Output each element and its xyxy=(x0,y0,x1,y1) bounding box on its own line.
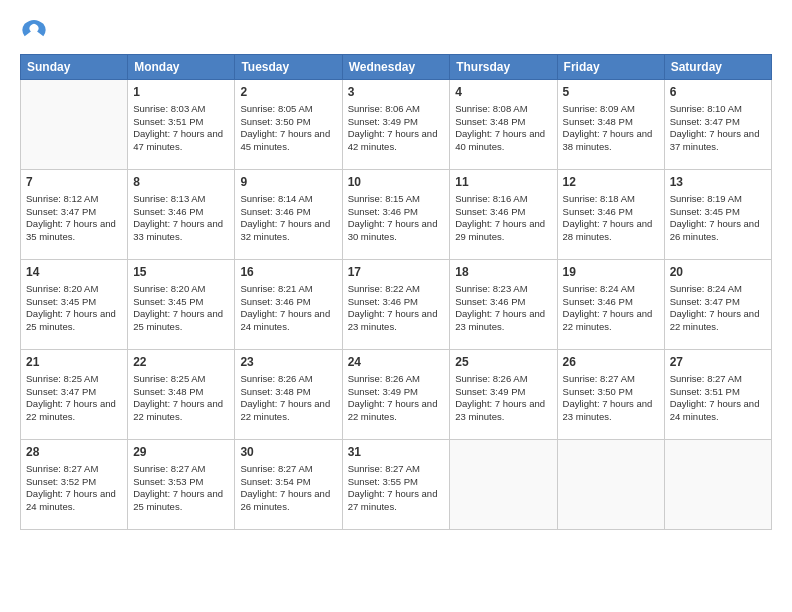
calendar-cell: 20Sunrise: 8:24 AM Sunset: 3:47 PM Dayli… xyxy=(664,260,771,350)
header-row: SundayMondayTuesdayWednesdayThursdayFrid… xyxy=(21,55,772,80)
day-info: Sunrise: 8:15 AM Sunset: 3:46 PM Dayligh… xyxy=(348,193,445,244)
day-info: Sunrise: 8:25 AM Sunset: 3:47 PM Dayligh… xyxy=(26,373,122,424)
day-number: 9 xyxy=(240,174,336,191)
calendar-cell: 13Sunrise: 8:19 AM Sunset: 3:45 PM Dayli… xyxy=(664,170,771,260)
calendar-cell: 12Sunrise: 8:18 AM Sunset: 3:46 PM Dayli… xyxy=(557,170,664,260)
day-info: Sunrise: 8:20 AM Sunset: 3:45 PM Dayligh… xyxy=(26,283,122,334)
calendar-week-1: 7Sunrise: 8:12 AM Sunset: 3:47 PM Daylig… xyxy=(21,170,772,260)
day-info: Sunrise: 8:21 AM Sunset: 3:46 PM Dayligh… xyxy=(240,283,336,334)
day-number: 4 xyxy=(455,84,551,101)
day-number: 20 xyxy=(670,264,766,281)
calendar-cell: 31Sunrise: 8:27 AM Sunset: 3:55 PM Dayli… xyxy=(342,440,450,530)
day-info: Sunrise: 8:27 AM Sunset: 3:55 PM Dayligh… xyxy=(348,463,445,514)
day-number: 12 xyxy=(563,174,659,191)
day-number: 17 xyxy=(348,264,445,281)
day-info: Sunrise: 8:26 AM Sunset: 3:49 PM Dayligh… xyxy=(455,373,551,424)
calendar-cell: 22Sunrise: 8:25 AM Sunset: 3:48 PM Dayli… xyxy=(128,350,235,440)
logo-icon xyxy=(20,16,48,44)
calendar-cell: 15Sunrise: 8:20 AM Sunset: 3:45 PM Dayli… xyxy=(128,260,235,350)
day-number: 23 xyxy=(240,354,336,371)
day-number: 1 xyxy=(133,84,229,101)
day-info: Sunrise: 8:23 AM Sunset: 3:46 PM Dayligh… xyxy=(455,283,551,334)
calendar-week-2: 14Sunrise: 8:20 AM Sunset: 3:45 PM Dayli… xyxy=(21,260,772,350)
day-info: Sunrise: 8:19 AM Sunset: 3:45 PM Dayligh… xyxy=(670,193,766,244)
day-number: 14 xyxy=(26,264,122,281)
day-number: 13 xyxy=(670,174,766,191)
calendar-week-0: 1Sunrise: 8:03 AM Sunset: 3:51 PM Daylig… xyxy=(21,80,772,170)
header-day-monday: Monday xyxy=(128,55,235,80)
day-info: Sunrise: 8:27 AM Sunset: 3:52 PM Dayligh… xyxy=(26,463,122,514)
day-number: 6 xyxy=(670,84,766,101)
calendar-cell: 25Sunrise: 8:26 AM Sunset: 3:49 PM Dayli… xyxy=(450,350,557,440)
day-number: 3 xyxy=(348,84,445,101)
page: SundayMondayTuesdayWednesdayThursdayFrid… xyxy=(0,0,792,612)
day-info: Sunrise: 8:09 AM Sunset: 3:48 PM Dayligh… xyxy=(563,103,659,154)
day-number: 29 xyxy=(133,444,229,461)
calendar-table: SundayMondayTuesdayWednesdayThursdayFrid… xyxy=(20,54,772,530)
day-number: 18 xyxy=(455,264,551,281)
day-info: Sunrise: 8:06 AM Sunset: 3:49 PM Dayligh… xyxy=(348,103,445,154)
calendar-cell xyxy=(664,440,771,530)
calendar-cell: 19Sunrise: 8:24 AM Sunset: 3:46 PM Dayli… xyxy=(557,260,664,350)
day-number: 31 xyxy=(348,444,445,461)
calendar-cell: 10Sunrise: 8:15 AM Sunset: 3:46 PM Dayli… xyxy=(342,170,450,260)
calendar-cell: 16Sunrise: 8:21 AM Sunset: 3:46 PM Dayli… xyxy=(235,260,342,350)
calendar-cell: 7Sunrise: 8:12 AM Sunset: 3:47 PM Daylig… xyxy=(21,170,128,260)
day-info: Sunrise: 8:24 AM Sunset: 3:47 PM Dayligh… xyxy=(670,283,766,334)
day-number: 22 xyxy=(133,354,229,371)
calendar-cell: 14Sunrise: 8:20 AM Sunset: 3:45 PM Dayli… xyxy=(21,260,128,350)
calendar-cell: 21Sunrise: 8:25 AM Sunset: 3:47 PM Dayli… xyxy=(21,350,128,440)
day-info: Sunrise: 8:20 AM Sunset: 3:45 PM Dayligh… xyxy=(133,283,229,334)
calendar-cell: 8Sunrise: 8:13 AM Sunset: 3:46 PM Daylig… xyxy=(128,170,235,260)
calendar-cell: 27Sunrise: 8:27 AM Sunset: 3:51 PM Dayli… xyxy=(664,350,771,440)
day-number: 15 xyxy=(133,264,229,281)
calendar-cell xyxy=(450,440,557,530)
calendar-header: SundayMondayTuesdayWednesdayThursdayFrid… xyxy=(21,55,772,80)
day-number: 26 xyxy=(563,354,659,371)
day-info: Sunrise: 8:03 AM Sunset: 3:51 PM Dayligh… xyxy=(133,103,229,154)
calendar-body: 1Sunrise: 8:03 AM Sunset: 3:51 PM Daylig… xyxy=(21,80,772,530)
day-info: Sunrise: 8:16 AM Sunset: 3:46 PM Dayligh… xyxy=(455,193,551,244)
header xyxy=(20,16,772,44)
day-info: Sunrise: 8:27 AM Sunset: 3:54 PM Dayligh… xyxy=(240,463,336,514)
calendar-week-4: 28Sunrise: 8:27 AM Sunset: 3:52 PM Dayli… xyxy=(21,440,772,530)
calendar-cell: 29Sunrise: 8:27 AM Sunset: 3:53 PM Dayli… xyxy=(128,440,235,530)
day-info: Sunrise: 8:27 AM Sunset: 3:53 PM Dayligh… xyxy=(133,463,229,514)
day-info: Sunrise: 8:27 AM Sunset: 3:50 PM Dayligh… xyxy=(563,373,659,424)
calendar-cell: 4Sunrise: 8:08 AM Sunset: 3:48 PM Daylig… xyxy=(450,80,557,170)
day-info: Sunrise: 8:08 AM Sunset: 3:48 PM Dayligh… xyxy=(455,103,551,154)
calendar-cell: 1Sunrise: 8:03 AM Sunset: 3:51 PM Daylig… xyxy=(128,80,235,170)
calendar-cell xyxy=(557,440,664,530)
day-number: 19 xyxy=(563,264,659,281)
day-number: 24 xyxy=(348,354,445,371)
calendar-cell: 30Sunrise: 8:27 AM Sunset: 3:54 PM Dayli… xyxy=(235,440,342,530)
day-info: Sunrise: 8:18 AM Sunset: 3:46 PM Dayligh… xyxy=(563,193,659,244)
header-day-friday: Friday xyxy=(557,55,664,80)
header-day-saturday: Saturday xyxy=(664,55,771,80)
day-number: 21 xyxy=(26,354,122,371)
day-number: 28 xyxy=(26,444,122,461)
day-info: Sunrise: 8:26 AM Sunset: 3:48 PM Dayligh… xyxy=(240,373,336,424)
day-number: 27 xyxy=(670,354,766,371)
day-number: 11 xyxy=(455,174,551,191)
calendar-cell: 24Sunrise: 8:26 AM Sunset: 3:49 PM Dayli… xyxy=(342,350,450,440)
calendar-cell: 11Sunrise: 8:16 AM Sunset: 3:46 PM Dayli… xyxy=(450,170,557,260)
day-info: Sunrise: 8:05 AM Sunset: 3:50 PM Dayligh… xyxy=(240,103,336,154)
day-number: 10 xyxy=(348,174,445,191)
day-number: 2 xyxy=(240,84,336,101)
day-number: 16 xyxy=(240,264,336,281)
header-day-wednesday: Wednesday xyxy=(342,55,450,80)
header-day-sunday: Sunday xyxy=(21,55,128,80)
day-info: Sunrise: 8:27 AM Sunset: 3:51 PM Dayligh… xyxy=(670,373,766,424)
calendar-cell: 2Sunrise: 8:05 AM Sunset: 3:50 PM Daylig… xyxy=(235,80,342,170)
day-number: 5 xyxy=(563,84,659,101)
day-info: Sunrise: 8:12 AM Sunset: 3:47 PM Dayligh… xyxy=(26,193,122,244)
logo xyxy=(20,16,52,44)
day-info: Sunrise: 8:25 AM Sunset: 3:48 PM Dayligh… xyxy=(133,373,229,424)
calendar-week-3: 21Sunrise: 8:25 AM Sunset: 3:47 PM Dayli… xyxy=(21,350,772,440)
day-number: 7 xyxy=(26,174,122,191)
day-number: 30 xyxy=(240,444,336,461)
header-day-tuesday: Tuesday xyxy=(235,55,342,80)
calendar-cell: 23Sunrise: 8:26 AM Sunset: 3:48 PM Dayli… xyxy=(235,350,342,440)
calendar-cell: 17Sunrise: 8:22 AM Sunset: 3:46 PM Dayli… xyxy=(342,260,450,350)
